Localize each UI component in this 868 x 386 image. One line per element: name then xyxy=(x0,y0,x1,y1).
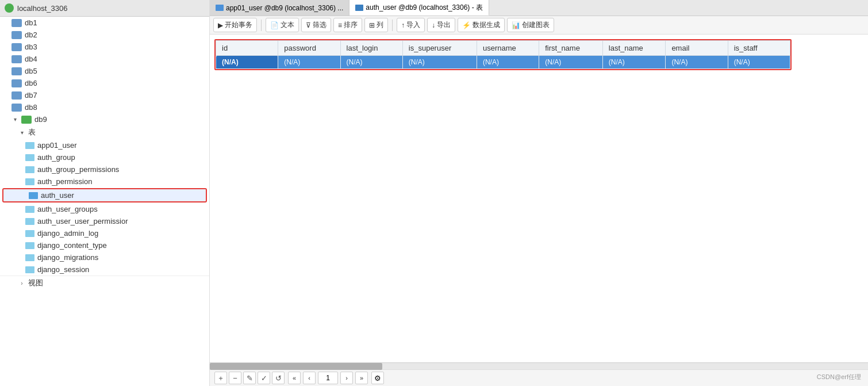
sidebar-item-db4[interactable]: db4 xyxy=(0,53,209,65)
db8-label: db8 xyxy=(25,103,37,112)
auth-user-label: auth_user xyxy=(41,191,74,200)
sidebar-item-auth-group-permissions[interactable]: auth_group_permissions xyxy=(0,163,209,175)
last-page-button[interactable]: » xyxy=(355,372,368,384)
django-session-label: django_session xyxy=(37,265,89,274)
h-scrollbar[interactable] xyxy=(210,362,868,369)
tables-expand-arrow: ▾ xyxy=(18,129,25,136)
generate-data-label: 数据生成 xyxy=(473,20,500,30)
auth-permission-label: auth_permission xyxy=(37,177,92,186)
sidebar-item-app01-user[interactable]: app01_user xyxy=(0,139,209,151)
first-page-button[interactable]: « xyxy=(288,372,301,384)
filter-button[interactable]: ⊽ 筛选 xyxy=(301,18,331,32)
cell-first-name: (N/A) xyxy=(539,56,603,69)
sidebar-item-db9[interactable]: ▾ db9 xyxy=(0,113,209,125)
col-is-staff[interactable]: is_staff xyxy=(728,41,790,56)
auth-user-perms-label: auth_user_user_permissior xyxy=(37,217,128,226)
delete-row-button[interactable]: − xyxy=(229,372,241,384)
sidebar-item-django-session[interactable]: django_session xyxy=(0,263,209,276)
sidebar-item-db5[interactable]: db5 xyxy=(0,65,209,77)
auth-user-groups-icon xyxy=(25,206,34,213)
sidebar-item-auth-user-groups[interactable]: auth_user_groups xyxy=(0,203,209,215)
start-transaction-button[interactable]: ▶ 开始事务 xyxy=(213,18,257,32)
refresh-button[interactable]: ↺ xyxy=(272,372,285,384)
django-content-type-icon xyxy=(25,242,34,249)
import-icon: ↑ xyxy=(401,21,405,29)
db5-label: db5 xyxy=(25,67,37,75)
import-button[interactable]: ↑ 导入 xyxy=(397,18,425,32)
sidebar-functions-section[interactable] xyxy=(0,290,209,293)
tab-app01-user[interactable]: app01_user @db9 (localhost_3306) ... xyxy=(210,0,349,16)
django-migrations-icon xyxy=(25,254,34,261)
tab-auth-user[interactable]: auth_user @db9 (localhost_3306) - 表 xyxy=(349,0,489,16)
add-row-button[interactable]: + xyxy=(214,372,227,384)
django-content-type-label: django_content_type xyxy=(37,241,107,250)
views-label: 视图 xyxy=(28,278,43,288)
sidebar-item-db2[interactable]: db2 xyxy=(0,29,209,41)
columns-label: 列 xyxy=(377,20,383,30)
auth-group-icon xyxy=(25,154,34,161)
django-admin-log-icon xyxy=(25,230,34,237)
connection-header: localhost_3306 xyxy=(0,0,209,17)
cell-password: (N/A) xyxy=(278,56,340,69)
generate-data-button[interactable]: ⚡ 数据生成 xyxy=(458,18,505,32)
sidebar-item-django-admin-log[interactable]: django_admin_log xyxy=(0,227,209,239)
sidebar-item-auth-user[interactable]: auth_user xyxy=(2,188,207,202)
col-email[interactable]: email xyxy=(666,41,728,56)
toolbar: ▶ 开始事务 📄 文本 ⊽ 筛选 ≡ 排序 ⊞ 列 ↑ 导入 ↓ 导出 xyxy=(210,16,868,35)
next-page-button[interactable]: › xyxy=(340,372,353,384)
sidebar: localhost_3306 db1 db2 db3 db4 db5 db6 d… xyxy=(0,0,210,386)
sidebar-tables-section[interactable]: ▾ 表 xyxy=(0,125,209,139)
sidebar-item-auth-group[interactable]: auth_group xyxy=(0,151,209,163)
sidebar-item-db3[interactable]: db3 xyxy=(0,41,209,53)
sidebar-item-db7[interactable]: db7 xyxy=(0,89,209,101)
col-last-login[interactable]: last_login xyxy=(340,41,402,56)
col-is-superuser[interactable]: is_superuser xyxy=(402,41,477,56)
page-number-input[interactable] xyxy=(318,372,338,384)
settings-button[interactable]: ⚙ xyxy=(371,372,384,384)
cell-username: (N/A) xyxy=(477,56,539,69)
prev-page-button[interactable]: ‹ xyxy=(303,372,316,384)
pagination: « ‹ › » xyxy=(288,372,368,384)
bottom-bar: + − ✎ ✓ ↺ « ‹ › » ⚙ xyxy=(210,369,868,386)
edit-row-button[interactable]: ✎ xyxy=(243,372,256,384)
sidebar-item-db1[interactable]: db1 xyxy=(0,17,209,29)
tabs-bar: app01_user @db9 (localhost_3306) ... aut… xyxy=(210,0,868,16)
auth-group-perms-icon xyxy=(25,166,34,173)
db8-icon xyxy=(11,104,22,112)
data-table-wrapper: id password last_login is_superuser user… xyxy=(214,39,792,70)
col-first-name[interactable]: first_name xyxy=(539,41,603,56)
sidebar-item-db6[interactable]: db6 xyxy=(0,77,209,89)
db9-expand-arrow: ▾ xyxy=(11,116,18,123)
db5-icon xyxy=(11,67,22,75)
db2-icon xyxy=(11,31,22,39)
filter-label: 筛选 xyxy=(313,20,327,30)
sidebar-bottom: › 视图 xyxy=(0,276,209,293)
col-username[interactable]: username xyxy=(477,41,539,56)
h-scrollbar-thumb[interactable] xyxy=(210,363,382,370)
sidebar-views-section[interactable]: › 视图 xyxy=(0,276,209,290)
db6-label: db6 xyxy=(25,79,37,87)
export-icon: ↓ xyxy=(432,21,435,29)
text-button[interactable]: 📄 文本 xyxy=(266,18,299,32)
create-chart-button[interactable]: 📊 创建图表 xyxy=(507,18,554,32)
sidebar-item-auth-permission[interactable]: auth_permission xyxy=(0,175,209,188)
sidebar-item-db8[interactable]: db8 xyxy=(0,101,209,113)
sidebar-item-django-content-type[interactable]: django_content_type xyxy=(0,239,209,251)
connection-label: localhost_3306 xyxy=(17,4,67,13)
col-id[interactable]: id xyxy=(216,41,278,56)
auth-user-groups-label: auth_user_groups xyxy=(37,205,98,213)
export-button[interactable]: ↓ 导出 xyxy=(427,18,455,32)
check-button[interactable]: ✓ xyxy=(258,372,270,384)
cell-email: (N/A) xyxy=(666,56,728,69)
sidebar-item-django-migrations[interactable]: django_migrations xyxy=(0,251,209,263)
columns-button[interactable]: ⊞ 列 xyxy=(364,18,388,32)
sort-button[interactable]: ≡ 排序 xyxy=(333,18,362,32)
col-password[interactable]: password xyxy=(278,41,340,56)
cell-last-name: (N/A) xyxy=(602,56,666,69)
watermark: CSDN@erf任理 xyxy=(817,373,861,381)
tables-label: 表 xyxy=(28,127,36,137)
table-row[interactable]: (N/A) (N/A) (N/A) (N/A) (N/A) (N/A) (N/A… xyxy=(216,56,790,69)
col-last-name[interactable]: last_name xyxy=(602,41,666,56)
sidebar-item-auth-user-perms[interactable]: auth_user_user_permissior xyxy=(0,215,209,227)
start-transaction-label: 开始事务 xyxy=(225,20,252,30)
